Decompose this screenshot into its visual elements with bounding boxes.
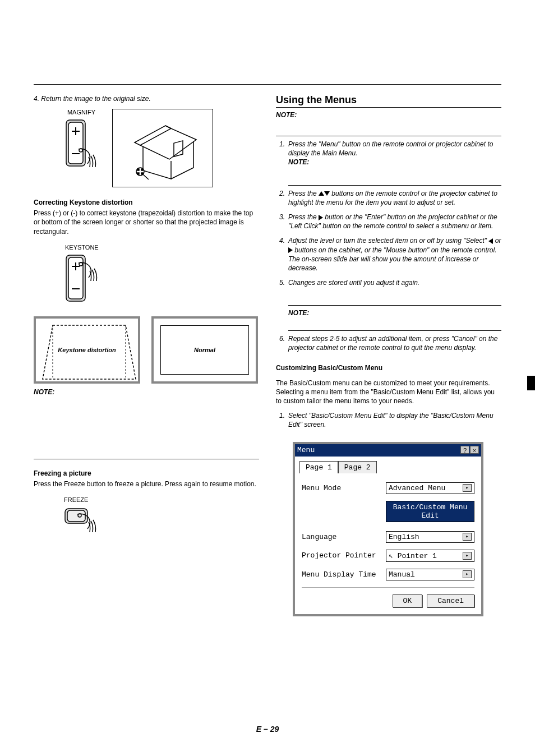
right-column: Using the Menus NOTE: 1. Press the "Menu…: [276, 84, 501, 616]
svg-rect-11: [137, 169, 139, 170]
up-triangle-icon: [319, 191, 324, 196]
magnify-button-icon: [62, 118, 101, 179]
svg-rect-14: [141, 173, 143, 174]
normal-diagram: Normal: [151, 316, 258, 384]
dropdown-arrow-icon[interactable]: ▸: [463, 533, 472, 541]
cancel-button[interactable]: Cancel: [427, 594, 474, 607]
step-1: 1. Press the "Menu" button on the remote…: [276, 140, 501, 167]
svg-rect-13: [137, 173, 139, 174]
menu-window: Menu ?× Page 1 Page 2 Menu Mode Advanced…: [293, 442, 483, 616]
freeze-button-icon: [62, 505, 112, 550]
separator-rule: [34, 459, 259, 459]
side-tab: [527, 376, 535, 390]
keystone-label: KEYSTONE: [65, 244, 259, 251]
label-language: Language: [302, 533, 386, 541]
keystone-text: Press (+) or (-) to correct keystone (tr…: [34, 209, 259, 236]
help-icon[interactable]: ?: [460, 446, 469, 454]
step-4: 4. Adjust the level or turn the selected…: [276, 236, 501, 273]
house-icon: [118, 114, 207, 182]
custom-step-1: 1. Select "Basic/Custom Menu Edit" to di…: [276, 411, 501, 429]
keystone-title: Correcting Keystone distortion: [34, 199, 259, 206]
freeze-text: Press the Freeze button to freeze a pict…: [34, 480, 259, 488]
left-column: 4. Return the image to the original size…: [34, 84, 259, 616]
right-triangle-icon: [319, 215, 323, 220]
freeze-title: Freezing a picture: [34, 469, 259, 477]
select-menu-mode[interactable]: Advanced Menu ▸: [386, 482, 474, 494]
freeze-label: FREEZE: [64, 496, 259, 503]
house-diagram: [112, 109, 213, 187]
note-label-top: NOTE:: [276, 111, 501, 119]
page-number: E – 29: [0, 725, 535, 734]
keystone-distortion-diagram: Keystone distortion: [34, 316, 140, 384]
svg-rect-25: [67, 510, 85, 522]
down-triangle-icon: [324, 191, 330, 196]
menu-title: Menu: [297, 446, 315, 454]
note-label: NOTE:: [34, 388, 259, 396]
menu-titlebar: Menu ?×: [295, 444, 481, 457]
normal-label: Normal: [194, 347, 215, 353]
tab-page2[interactable]: Page 2: [338, 461, 377, 473]
keystone-button-icon: [62, 253, 112, 309]
select-pointer[interactable]: ↖ Pointer 1 ▸: [386, 550, 474, 562]
ok-button[interactable]: OK: [393, 594, 423, 607]
select-display-time[interactable]: Manual ▸: [386, 569, 474, 580]
step-3: 3. Press the button or the "Enter" butto…: [276, 213, 501, 231]
mid-note: NOTE:: [288, 309, 501, 317]
svg-marker-6: [140, 128, 196, 159]
svg-line-10: [143, 174, 149, 179]
right-triangle-icon-2: [288, 247, 293, 253]
step1-note: NOTE:: [288, 158, 309, 166]
label-display-time: Menu Display Time: [302, 570, 386, 579]
using-menus-title: Using the Menus: [276, 94, 501, 106]
close-icon[interactable]: ×: [470, 446, 479, 454]
custom-text: The Basic/Custom menu can be customized …: [276, 379, 501, 406]
step-5: 5. Changes are stored until you adjust i…: [276, 278, 501, 287]
svg-line-7: [165, 126, 171, 128]
magnify-label: MAGNIFY: [62, 109, 101, 116]
label-menu-mode: Menu Mode: [302, 484, 386, 492]
dropdown-arrow-icon[interactable]: ▸: [463, 570, 472, 578]
pointer-icon: ↖: [389, 552, 393, 560]
label-pointer: Projector Pointer: [302, 551, 386, 560]
distortion-label: Keystone distortion: [58, 347, 116, 353]
step-2: 2. Press the buttons on the remote contr…: [276, 189, 501, 207]
dropdown-arrow-icon[interactable]: ▸: [463, 484, 472, 492]
basic-custom-edit-button[interactable]: Basic/Custom Menu Edit: [386, 501, 474, 522]
select-language[interactable]: English ▸: [386, 531, 474, 543]
step-6: 6. Repeat steps 2-5 to adjust an additio…: [276, 334, 501, 352]
tab-page1[interactable]: Page 1: [299, 461, 338, 473]
top-rule: [34, 84, 501, 85]
step4-text: 4. Return the image to the original size…: [34, 94, 259, 103]
step1-text: Press the "Menu" button on the remote co…: [288, 140, 493, 157]
custom-title: Customizing Basic/Custom Menu: [276, 364, 501, 372]
magnify-figure: MAGNIFY: [62, 109, 101, 181]
dropdown-arrow-icon[interactable]: ▸: [463, 552, 472, 560]
svg-rect-12: [141, 169, 143, 170]
